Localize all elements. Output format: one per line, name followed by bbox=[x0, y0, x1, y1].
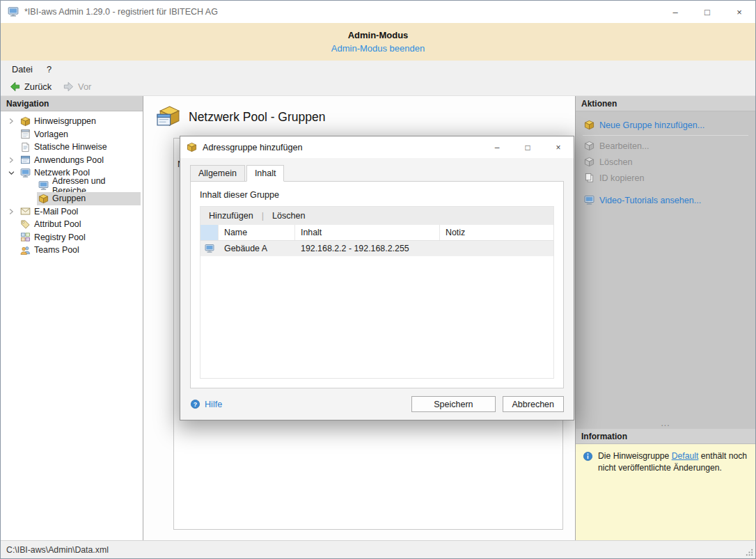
statusbar: C:\IBI-aws\Admin\Data.xml bbox=[1, 540, 755, 558]
nav-item-adressen-und-bereiche[interactable]: Adressen und Bereiche bbox=[1, 180, 143, 193]
nav-item-label: Hinweisgruppen bbox=[34, 116, 96, 126]
action-new-group[interactable]: Neue Gruppe hinzufügen... bbox=[576, 117, 755, 133]
nav-item-hinweisgruppen[interactable]: Hinweisgruppen bbox=[1, 115, 143, 128]
actions-list: Neue Gruppe hinzufügen... Bearbeiten... … bbox=[576, 111, 755, 429]
cell-notiz bbox=[440, 241, 553, 256]
delete-button[interactable]: Löschen bbox=[270, 210, 308, 222]
back-label: Zurück bbox=[24, 81, 52, 92]
envelope-icon bbox=[20, 206, 31, 216]
column-notiz[interactable]: Notiz bbox=[440, 225, 553, 240]
menu-datei[interactable]: Datei bbox=[5, 62, 40, 77]
column-inhalt[interactable]: Inhalt bbox=[295, 225, 440, 240]
information-header: Information bbox=[576, 429, 755, 444]
close-icon: × bbox=[737, 7, 742, 17]
action-video-tutorials[interactable]: Video-Tutorials ansehen... bbox=[576, 192, 755, 208]
nav-item-label: Anwendungs Pool bbox=[34, 155, 104, 165]
admin-mode-exit-link[interactable]: Admin-Modus beenden bbox=[331, 43, 425, 54]
default-group-link[interactable]: Default bbox=[672, 451, 699, 461]
admin-mode-banner: Admin-Modus Admin-Modus beenden bbox=[1, 23, 755, 61]
window-title: *IBI-aws Admin 1.29.0 - registriert für … bbox=[24, 7, 218, 17]
indent-spacer bbox=[6, 129, 19, 140]
nav-item-attribut-pool[interactable]: Attribut Pool bbox=[1, 218, 143, 231]
nav-item-label: Vorlagen bbox=[34, 129, 68, 139]
content-title-row: Netzwerk Pool - Gruppen bbox=[156, 105, 325, 129]
dialog-package-icon bbox=[187, 142, 197, 152]
forward-label: Vor bbox=[78, 81, 91, 92]
action-copy-id[interactable]: ID kopieren bbox=[576, 170, 755, 186]
forward-arrow-icon bbox=[63, 81, 74, 93]
network-pool-groups-icon bbox=[156, 105, 180, 129]
nav-item-vorlagen[interactable]: Vorlagen bbox=[1, 128, 143, 141]
indent-spacer bbox=[24, 193, 37, 204]
close-icon: × bbox=[556, 143, 560, 152]
action-label: ID kopieren bbox=[599, 173, 644, 183]
nav-item-email-pool[interactable]: E-Mail Pool bbox=[1, 205, 143, 219]
nav-item-label: Attribut Pool bbox=[34, 219, 81, 229]
chevron-right-icon[interactable] bbox=[6, 155, 19, 166]
back-button[interactable]: Zurück bbox=[4, 79, 56, 94]
package-gray-icon bbox=[584, 157, 594, 167]
registry-icon bbox=[20, 232, 31, 242]
maximize-button[interactable]: □ bbox=[691, 1, 723, 23]
nav-item-label: Registry Pool bbox=[34, 233, 86, 242]
indent-spacer bbox=[6, 232, 19, 243]
monitor-icon bbox=[38, 180, 49, 191]
add-button[interactable]: Hinzufügen bbox=[207, 210, 255, 222]
nav-item-label: E-Mail Pool bbox=[34, 207, 78, 216]
action-label: Bearbeiten... bbox=[599, 141, 649, 151]
navigation-header: Navigation bbox=[1, 96, 143, 111]
help-link[interactable]: Hilfe bbox=[190, 399, 222, 409]
tab-allgemein[interactable]: Allgemein bbox=[190, 165, 245, 182]
dialog-title: Adressgruppe hinzufügen bbox=[203, 143, 303, 152]
tab-inhalt[interactable]: Inhalt bbox=[246, 165, 285, 182]
cancel-button[interactable]: Abbrechen bbox=[503, 396, 564, 412]
row-icon-cell bbox=[200, 241, 219, 256]
group-content-label: Inhalt dieser Gruppe bbox=[200, 190, 554, 200]
information-panel: Die Hinweisgruppe Default enthält noch n… bbox=[576, 444, 755, 540]
nav-item-gruppen[interactable]: Gruppen bbox=[1, 192, 143, 205]
toolbar-divider: | bbox=[262, 211, 264, 221]
close-button[interactable]: × bbox=[723, 1, 755, 23]
minimize-button[interactable]: – bbox=[659, 1, 691, 23]
menu-help[interactable]: ? bbox=[40, 62, 58, 77]
navigation-panel: Navigation Hinweisgruppen Vorlagen Stati… bbox=[1, 96, 143, 540]
app-window-icon bbox=[20, 155, 31, 165]
action-delete[interactable]: Löschen bbox=[576, 154, 755, 170]
action-label: Löschen bbox=[599, 157, 633, 167]
table-row[interactable]: Gebäude A 192.168.2.2 - 192.168.2.255 bbox=[200, 241, 553, 256]
dialog-minimize-button[interactable]: – bbox=[482, 136, 512, 158]
chevron-right-icon[interactable] bbox=[6, 116, 19, 127]
window-titlebar: *IBI-aws Admin 1.29.0 - registriert für … bbox=[1, 1, 755, 23]
dialog-titlebar[interactable]: Adressgruppe hinzufügen – □ × bbox=[180, 136, 574, 158]
nav-item-label: Teams Pool bbox=[34, 245, 79, 255]
monitor-icon bbox=[205, 244, 214, 253]
nav-item-anwendungs-pool[interactable]: Anwendungs Pool bbox=[1, 154, 143, 167]
action-edit[interactable]: Bearbeiten... bbox=[576, 138, 755, 154]
adressgruppe-dialog: Adressgruppe hinzufügen – □ × Allgemein … bbox=[180, 136, 574, 420]
save-button[interactable]: Speichern bbox=[411, 396, 495, 412]
tab-page-inhalt: Inhalt dieser Gruppe Hinzufügen | Lösche… bbox=[190, 181, 564, 388]
indent-spacer bbox=[6, 141, 19, 152]
chevron-right-icon[interactable] bbox=[6, 206, 19, 217]
nav-item-teams-pool[interactable]: Teams Pool bbox=[1, 244, 143, 257]
navigation-tree: Hinweisgruppen Vorlagen Statische Hinwei… bbox=[1, 111, 143, 257]
chevron-down-icon[interactable] bbox=[6, 167, 19, 178]
actions-overflow[interactable]: ... bbox=[576, 418, 755, 428]
resize-grip[interactable] bbox=[745, 548, 754, 557]
copy-icon bbox=[584, 173, 594, 183]
video-monitor-icon bbox=[584, 195, 594, 205]
help-label: Hilfe bbox=[205, 400, 222, 409]
action-label: Neue Gruppe hinzufügen... bbox=[599, 120, 704, 130]
nav-item-registry-pool[interactable]: Registry Pool bbox=[1, 231, 143, 244]
column-name[interactable]: Name bbox=[219, 225, 295, 240]
package-icon bbox=[584, 120, 594, 130]
dialog-maximize-button[interactable]: □ bbox=[512, 136, 543, 158]
menubar: Datei ? bbox=[1, 61, 755, 77]
dialog-controls: – □ × bbox=[482, 136, 574, 158]
forward-button[interactable]: Vor bbox=[58, 79, 96, 94]
people-icon bbox=[20, 245, 31, 255]
dialog-close-button[interactable]: × bbox=[543, 136, 574, 158]
note-icon bbox=[20, 142, 31, 152]
information-message: Die Hinweisgruppe Default enthält noch n… bbox=[598, 450, 748, 474]
nav-item-statische-hinweise[interactable]: Statische Hinweise bbox=[1, 141, 143, 154]
